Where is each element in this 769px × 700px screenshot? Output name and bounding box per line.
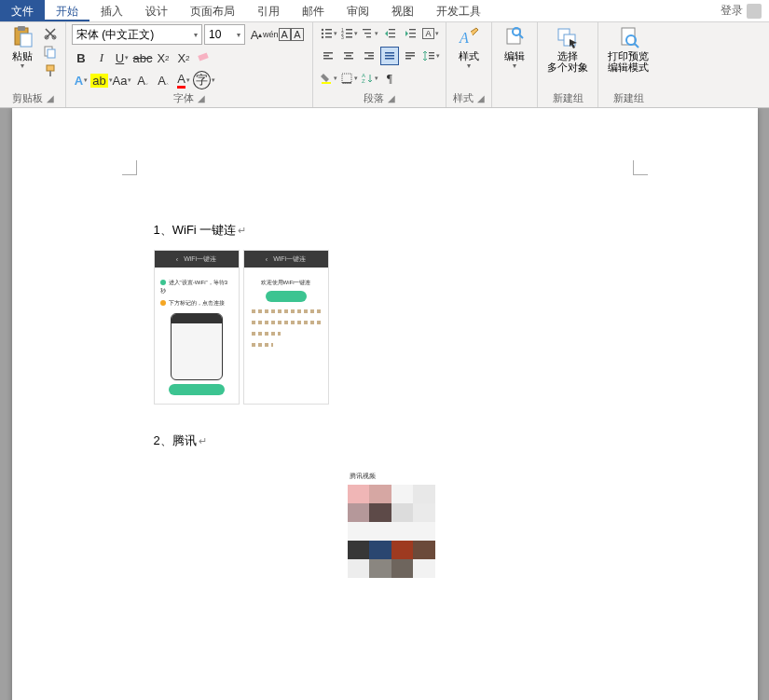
embedded-image-1[interactable]: ‹WiFi一键连 进入"设置-WiFi"，等待3秒 下方标记的，点击连接 ‹Wi…: [154, 250, 627, 405]
phonetic-guide-button[interactable]: wénA: [268, 25, 286, 44]
borders-button[interactable]: [339, 69, 358, 88]
tab-review[interactable]: 审阅: [336, 0, 380, 21]
asian-layout-button[interactable]: A: [421, 24, 440, 43]
margin-corner-icon: [633, 160, 648, 175]
chevron-down-icon: ▾: [467, 62, 471, 70]
font-launcher-icon[interactable]: ◢: [198, 93, 205, 103]
document-area[interactable]: 1、WiFi 一键连 ‹WiFi一键连 进入"设置-WiFi"，等待3秒 下方标…: [0, 108, 769, 700]
font-size-select[interactable]: 10 ▾: [204, 24, 245, 45]
tab-view[interactable]: 视图: [380, 0, 425, 21]
svg-text:3: 3: [341, 34, 344, 40]
format-painter-icon[interactable]: [43, 63, 58, 78]
bold-button[interactable]: B: [72, 48, 90, 67]
styles-group-label: 样式: [453, 91, 474, 105]
svg-rect-30: [409, 36, 416, 37]
svg-rect-45: [405, 58, 411, 60]
svg-rect-43: [405, 52, 415, 54]
login-label: 登录: [721, 3, 743, 19]
paste-label: 粘贴: [12, 50, 33, 62]
distribute-button[interactable]: [401, 47, 419, 65]
svg-point-12: [321, 33, 323, 34]
svg-rect-8: [49, 71, 51, 76]
increase-indent-button[interactable]: [401, 24, 419, 43]
show-marks-button[interactable]: ¶: [380, 69, 399, 88]
embedded-image-2[interactable]: 腾讯视频: [348, 468, 435, 578]
svg-text:A: A: [459, 30, 469, 46]
bullet-list-button[interactable]: [319, 24, 337, 43]
highlight-button[interactable]: ab: [92, 71, 111, 89]
svg-rect-33: [323, 58, 333, 60]
margin-corner-icon: [122, 160, 137, 175]
group-select-multi: 选择 多个对象 新建组: [538, 22, 598, 107]
align-right-button[interactable]: [360, 47, 378, 65]
paste-icon: [11, 26, 34, 48]
tab-layout[interactable]: 页面布局: [179, 0, 246, 21]
text-effects-button[interactable]: A: [72, 71, 90, 89]
svg-rect-41: [385, 55, 394, 57]
select-multi-button[interactable]: 选择 多个对象: [543, 24, 592, 75]
phone-welcome: 欢迎使用WiFi一键连: [250, 279, 323, 287]
svg-rect-46: [429, 52, 434, 53]
page[interactable]: 1、WiFi 一键连 ‹WiFi一键连 进入"设置-WiFi"，等待3秒 下方标…: [12, 108, 758, 700]
font-name-select[interactable]: 宋体 (中文正文) ▾: [72, 24, 202, 45]
styles-label: 样式: [459, 50, 479, 62]
svg-rect-21: [346, 36, 352, 38]
svg-rect-25: [389, 29, 395, 30]
font-size-value: 10: [209, 28, 221, 41]
print-preview-icon: [617, 26, 639, 48]
editing-button[interactable]: 编辑 ▾: [498, 24, 531, 72]
styles-button[interactable]: A 样式 ▾: [452, 24, 486, 72]
print-preview-button[interactable]: 打印预览 编辑模式: [604, 24, 652, 75]
svg-rect-2: [21, 34, 32, 47]
shading-button[interactable]: [319, 69, 337, 88]
decrease-indent-button[interactable]: [380, 24, 399, 43]
subscript-button[interactable]: X2: [154, 48, 172, 67]
group-editing: 编辑 ▾: [492, 22, 538, 107]
chevron-down-icon: ▾: [237, 31, 240, 39]
tab-home[interactable]: 开始: [45, 0, 89, 21]
phone-title-2: WiFi一键连: [273, 254, 306, 264]
line-spacing-button[interactable]: [421, 47, 440, 65]
number-list-button[interactable]: 123: [339, 24, 358, 43]
change-case-button[interactable]: Aa: [113, 71, 131, 89]
svg-rect-26: [389, 33, 395, 34]
underline-button[interactable]: U: [113, 48, 131, 67]
styles-launcher-icon[interactable]: ◢: [477, 93, 485, 103]
sort-button[interactable]: AZ: [360, 69, 378, 88]
enclose-char-button[interactable]: 字: [195, 71, 213, 89]
paste-button[interactable]: 粘贴 ▾: [6, 24, 39, 72]
editing-group-label: [496, 92, 533, 107]
superscript-button[interactable]: X2: [174, 48, 193, 67]
select-objects-icon: [556, 26, 579, 48]
svg-rect-15: [325, 36, 332, 38]
tab-dev[interactable]: 开发工具: [425, 0, 492, 21]
login-link[interactable]: 登录: [713, 0, 769, 21]
shrink-font-button2[interactable]: A˯: [133, 71, 152, 89]
tab-mail[interactable]: 邮件: [291, 0, 336, 21]
select-multi-label: 选择 多个对象: [547, 50, 588, 73]
grow-font-button2[interactable]: A˰: [154, 71, 172, 89]
character-border-button[interactable]: A: [288, 25, 307, 44]
tab-insert[interactable]: 插入: [89, 0, 134, 21]
align-left-button[interactable]: [319, 47, 337, 65]
italic-button[interactable]: I: [92, 48, 111, 67]
doc-line-1[interactable]: 1、WiFi 一键连: [154, 222, 627, 239]
multilevel-list-button[interactable]: [360, 24, 378, 43]
align-justify-button[interactable]: [380, 47, 399, 65]
align-center-button[interactable]: [339, 47, 358, 65]
svg-rect-1: [18, 26, 25, 31]
svg-rect-28: [409, 29, 416, 30]
clipboard-launcher-icon[interactable]: ◢: [47, 93, 54, 103]
tab-references[interactable]: 引用: [246, 0, 291, 21]
tab-file[interactable]: 文件: [0, 0, 45, 21]
copy-icon[interactable]: [43, 45, 58, 60]
cut-icon[interactable]: [43, 26, 58, 41]
tab-design[interactable]: 设计: [134, 0, 179, 21]
paragraph-launcher-icon[interactable]: ◢: [388, 93, 395, 103]
font-color-button[interactable]: A: [174, 71, 193, 89]
strikethrough-button[interactable]: abc: [133, 48, 152, 67]
clear-formatting-button[interactable]: [195, 48, 213, 67]
tabs-spacer: [492, 0, 713, 21]
doc-line-2[interactable]: 2、腾讯: [154, 432, 627, 449]
svg-rect-17: [346, 29, 352, 31]
